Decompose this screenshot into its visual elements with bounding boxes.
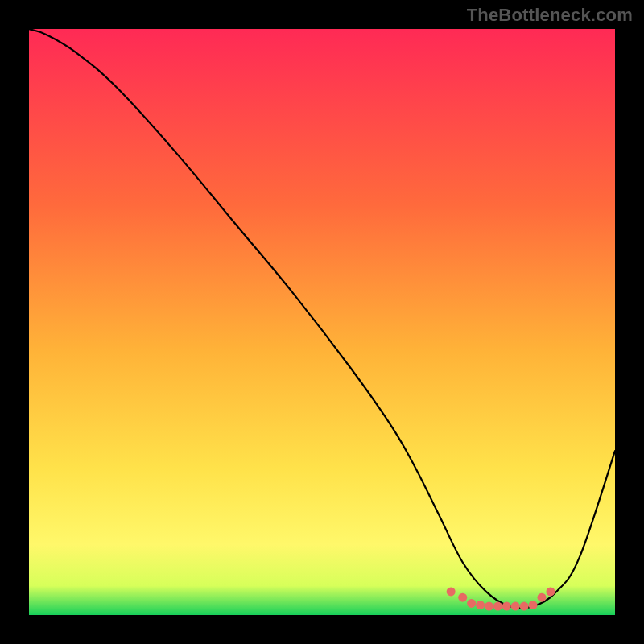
plot-area xyxy=(29,29,615,615)
trough-dot xyxy=(520,602,529,611)
trough-dot xyxy=(546,587,555,596)
trough-dot xyxy=(447,587,456,596)
watermark-label: TheBottleneck.com xyxy=(467,5,633,26)
trough-dot xyxy=(467,599,476,608)
trough-dot xyxy=(502,602,511,611)
gradient-background xyxy=(29,29,615,615)
trough-dot xyxy=(493,602,502,611)
trough-dot xyxy=(511,602,520,611)
trough-dot xyxy=(538,593,547,602)
trough-dot xyxy=(476,601,485,609)
trough-dot xyxy=(458,593,467,602)
trough-dot xyxy=(485,602,493,611)
chart-stage: TheBottleneck.com xyxy=(0,0,644,644)
trough-dot xyxy=(529,601,538,609)
chart-svg xyxy=(29,29,615,615)
